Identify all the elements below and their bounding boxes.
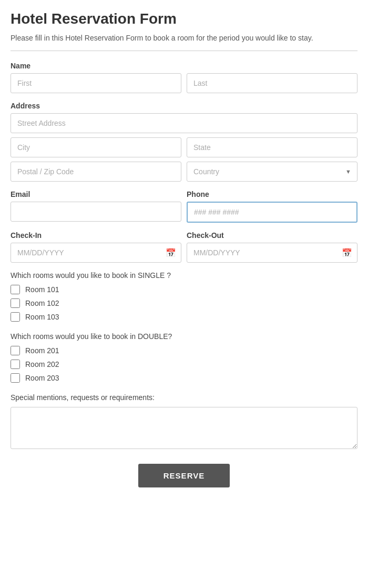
special-mentions-textarea[interactable] [11, 407, 357, 449]
divider [11, 51, 357, 51]
email-phone-group: Email Phone [11, 190, 357, 223]
room-203-checkbox[interactable] [11, 373, 20, 383]
checkout-label: Check-Out [187, 231, 357, 240]
room-101-checkbox[interactable] [11, 285, 20, 294]
name-group: Name [11, 62, 357, 93]
state-input[interactable] [187, 137, 357, 157]
reserve-btn-wrapper: RESERVE [11, 464, 357, 487]
list-item[interactable]: Room 201 [11, 346, 357, 355]
room-202-checkbox[interactable] [11, 360, 20, 369]
first-name-input[interactable] [11, 73, 181, 93]
email-label: Email [11, 190, 181, 198]
country-select[interactable]: Country United States United Kingdom Can… [187, 162, 357, 182]
room-201-checkbox[interactable] [11, 346, 20, 355]
address-group: Address Country United States United Kin… [11, 102, 357, 182]
single-rooms-checkboxes: Room 101 Room 102 Room 103 [11, 285, 357, 322]
room-101-label: Room 101 [25, 285, 59, 294]
email-input[interactable] [11, 202, 181, 222]
list-item[interactable]: Room 101 [11, 285, 357, 294]
city-input[interactable] [11, 137, 181, 157]
single-rooms-label: Which rooms would you like to book in SI… [11, 271, 357, 280]
room-103-label: Room 103 [25, 313, 59, 321]
postal-input[interactable] [11, 162, 181, 182]
name-label: Name [11, 62, 357, 70]
special-mentions-label: Special mentions, requests or requiremen… [11, 393, 357, 402]
list-item[interactable]: Room 103 [11, 312, 357, 322]
phone-input[interactable] [187, 202, 357, 223]
checkin-input[interactable] [11, 243, 181, 263]
double-rooms-label: Which rooms would you like to book in DO… [11, 332, 357, 341]
checkout-input[interactable] [187, 243, 357, 263]
room-201-label: Room 201 [25, 346, 59, 355]
checkin-date-wrapper: 📅 [11, 243, 181, 263]
room-203-label: Room 203 [25, 374, 59, 382]
form-description: Please fill in this Hotel Reservation Fo… [11, 34, 357, 42]
street-address-input[interactable] [11, 113, 357, 133]
single-rooms-group: Which rooms would you like to book in SI… [11, 271, 357, 322]
checkin-label: Check-In [11, 231, 181, 240]
list-item[interactable]: Room 202 [11, 360, 357, 369]
address-label: Address [11, 102, 357, 110]
double-rooms-checkboxes: Room 201 Room 202 Room 203 [11, 346, 357, 383]
room-102-label: Room 102 [25, 299, 59, 307]
room-102-checkbox[interactable] [11, 298, 20, 308]
special-mentions-group: Special mentions, requests or requiremen… [11, 393, 357, 451]
checkout-date-wrapper: 📅 [187, 243, 357, 263]
list-item[interactable]: Room 102 [11, 298, 357, 308]
room-103-checkbox[interactable] [11, 312, 20, 322]
double-rooms-group: Which rooms would you like to book in DO… [11, 332, 357, 383]
page-title: Hotel Reservation Form [11, 11, 357, 27]
country-select-wrapper: Country United States United Kingdom Can… [187, 162, 357, 182]
last-name-input[interactable] [187, 73, 357, 93]
phone-label: Phone [187, 190, 357, 198]
room-202-label: Room 202 [25, 360, 59, 368]
reserve-button[interactable]: RESERVE [138, 464, 230, 487]
list-item[interactable]: Room 203 [11, 373, 357, 383]
checkin-checkout-group: Check-In 📅 Check-Out 📅 [11, 231, 357, 263]
